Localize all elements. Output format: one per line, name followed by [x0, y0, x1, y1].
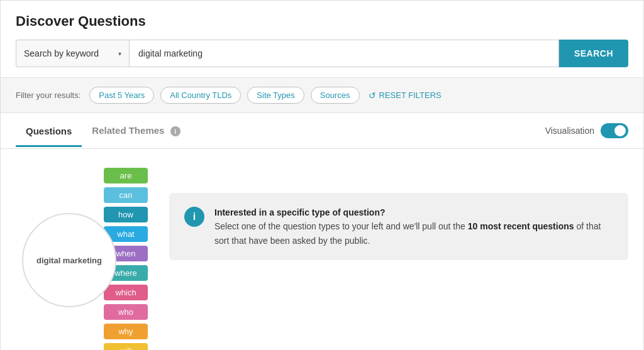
info-panel-title: Interested in a specific type of questio… — [214, 207, 386, 217]
visualisation-switch[interactable] — [601, 123, 628, 138]
info-circle-icon: i — [184, 207, 204, 227]
search-input[interactable] — [129, 40, 559, 67]
search-bar: Search by keyword ▾ SEARCH — [16, 40, 628, 67]
info-icon[interactable]: i — [170, 126, 180, 136]
question-tag-which[interactable]: which — [104, 285, 148, 300]
question-tag-why[interactable]: why — [104, 324, 148, 339]
reset-filters-label: RESET FILTERS — [379, 90, 441, 100]
chevron-down-icon: ▾ — [118, 50, 121, 57]
search-dropdown-label: Search by keyword — [24, 48, 99, 58]
question-tag-can[interactable]: can — [104, 187, 148, 203]
info-panel-body: Select one of the question types to your… — [214, 221, 601, 245]
toggle-slider — [601, 123, 628, 138]
tabs-row: Questions Related Themes i Visualisation — [1, 113, 643, 149]
visualisation-label: Visualisation — [545, 126, 594, 136]
page-title: Discover Questions — [16, 13, 628, 30]
filter-sources[interactable]: Sources — [311, 87, 360, 104]
tab-related-themes[interactable]: Related Themes i — [82, 115, 190, 148]
reset-icon: ↺ — [369, 90, 376, 101]
question-tag-are[interactable]: are — [104, 168, 148, 183]
filter-allcountrytlds[interactable]: All Country TLDs — [160, 87, 241, 104]
tabs: Questions Related Themes i — [16, 115, 191, 147]
bubble-area: digital marketing arecanhowwhatwhenwhere… — [16, 161, 154, 350]
main-content: digital marketing arecanhowwhatwhenwhere… — [1, 149, 643, 350]
center-circle: digital marketing — [22, 213, 116, 307]
filter-label: Filter your results: — [16, 90, 80, 100]
page-container: Discover Questions Search by keyword ▾ S… — [0, 0, 644, 350]
question-tag-who[interactable]: who — [104, 304, 148, 320]
info-panel-text: Interested in a specific type of questio… — [214, 205, 613, 248]
question-tag-how[interactable]: how — [104, 207, 148, 222]
question-tag-will[interactable]: will — [104, 343, 148, 350]
filter-sitetypes[interactable]: Site Types — [247, 87, 304, 104]
center-circle-label: digital marketing — [36, 256, 102, 265]
info-panel: i Interested in a specific type of quest… — [169, 193, 628, 260]
visualisation-toggle: Visualisation — [545, 113, 628, 148]
tab-questions[interactable]: Questions — [16, 116, 82, 147]
search-button[interactable]: SEARCH — [559, 40, 628, 67]
filter-past5years[interactable]: Past 5 Years — [89, 87, 154, 104]
reset-filters-button[interactable]: ↺ RESET FILTERS — [369, 90, 441, 101]
search-type-dropdown[interactable]: Search by keyword ▾ — [16, 40, 129, 67]
filter-bar: Filter your results: Past 5 Years All Co… — [1, 78, 643, 113]
header: Discover Questions Search by keyword ▾ S… — [1, 1, 643, 78]
